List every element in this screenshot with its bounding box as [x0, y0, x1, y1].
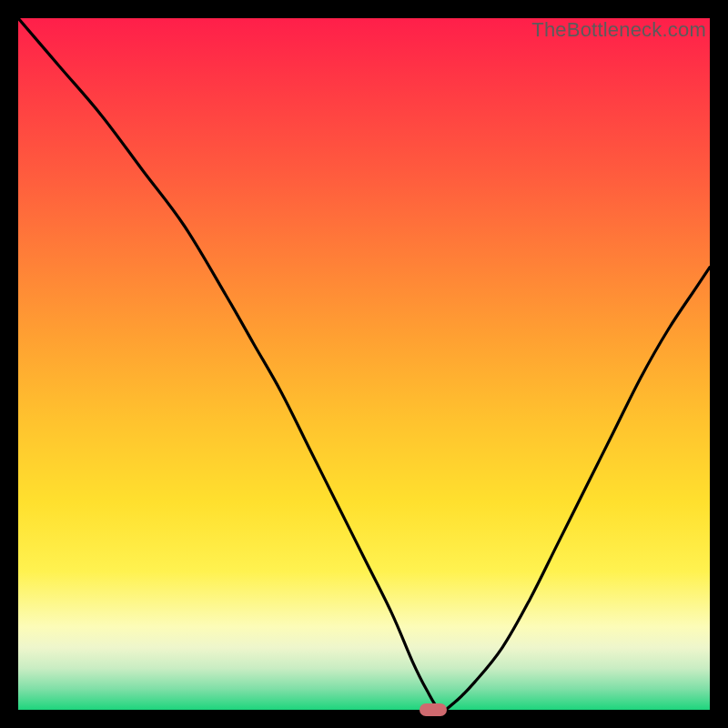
- plot-area: TheBottleneck.com: [18, 18, 710, 710]
- chart-frame: TheBottleneck.com: [0, 0, 728, 728]
- bottleneck-curve: [18, 18, 710, 710]
- optimal-point-marker: [420, 703, 447, 716]
